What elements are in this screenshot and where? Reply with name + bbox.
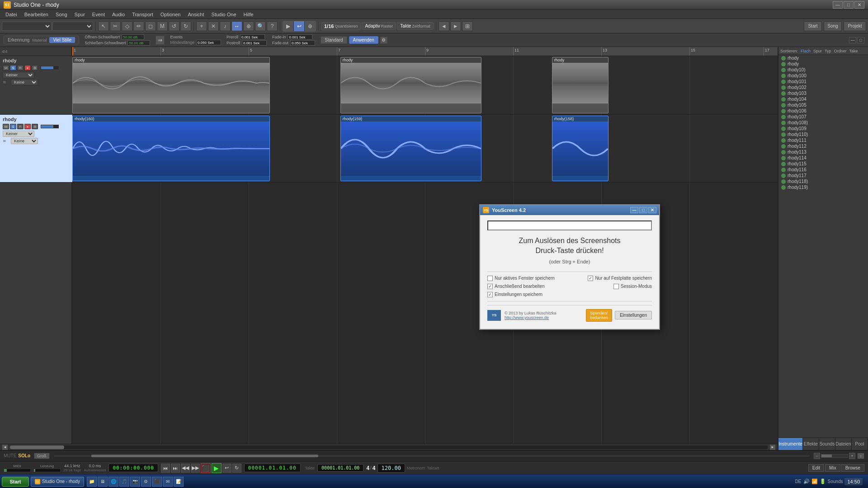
tool-magnify[interactable]: 🔍 [255,21,266,31]
track-send-1[interactable]: Keine [11,79,38,85]
time-display[interactable]: 00:00:00.000 [108,464,158,472]
zoom-slider[interactable] [821,454,848,458]
file-item-rhody101[interactable]: rhody101 [778,79,868,84]
ys-checkbox-3[interactable] [487,284,493,289]
ys-checkbox-2[interactable] [588,276,593,281]
timeline-scrollbar[interactable] [53,454,810,458]
file-item-rhody106[interactable]: rhody106 [778,108,868,114]
play-btn[interactable]: ▶ [283,21,294,31]
sort-spur[interactable]: Spur [813,49,822,53]
ql-desktop[interactable]: 🖥 [98,477,108,487]
ql-browser[interactable]: 🌐 [108,477,118,487]
sort-take[interactable]: Take [849,49,858,53]
track-btn-mute[interactable]: S [10,65,16,70]
ys-input[interactable] [487,221,652,230]
file-item-rhody104[interactable]: rhody104 [778,96,868,102]
maximize-button[interactable]: □ [844,1,854,9]
file-item-rhody113[interactable]: rhody113 [778,149,868,155]
size-button[interactable]: Groß [34,453,50,459]
file-item-rhody109[interactable]: rhody109 [778,126,868,131]
file-item-rhody110[interactable]: rhody110) [778,131,868,137]
start-button[interactable]: Start [2,477,29,487]
file-item-rhody102[interactable]: rhody102 [778,84,868,90]
ql-explorer[interactable]: 📁 [87,477,97,487]
scroll-right-btn[interactable]: ► [769,444,776,450]
file-item-rhody100[interactable]: rhody100 [778,73,868,79]
mindestlaenge-value[interactable]: 0.050 Sek [196,40,221,45]
track-fader-1[interactable] [41,66,59,70]
quantize-display[interactable]: 1/16 Quantisieren [321,22,361,30]
arrow-btn[interactable]: ⇒ [156,36,165,45]
file-item-rhody105[interactable]: rhody105 [778,102,868,108]
file-item-rhody116[interactable]: rhody116 [778,167,868,173]
clip-2-3[interactable]: rhody(158) [552,116,609,181]
beats-display[interactable]: 00001.01.01.00 [244,464,301,472]
ys-maximize[interactable]: □ [639,207,647,213]
tc-loop[interactable]: ↩ [222,464,231,473]
menu-spur[interactable]: Spur [71,11,89,18]
anwenden-button[interactable]: Anwenden [349,36,378,44]
track-insert-1[interactable]: Keiner [3,72,34,78]
track-insert-2[interactable]: Keiner [3,131,34,137]
file-item-rhody108[interactable]: rhody108) [778,120,868,126]
minimize-button[interactable]: — [833,1,843,9]
browse-btn[interactable]: Browse [841,464,864,472]
file-item-rhody111[interactable]: rhody111 [778,137,868,143]
menu-hilfe[interactable]: Hilfe [240,11,257,18]
tool-arrow[interactable]: ↖ [98,21,109,31]
ql-note[interactable]: 📝 [174,477,184,487]
tool-zoom[interactable]: ⊕ [243,21,254,31]
ys-donate-btn[interactable]: Spenden/bedanken [586,309,612,322]
file-item-rhody112[interactable]: rhody112 [778,143,868,149]
postroll-value[interactable]: 0.001 Sek [242,40,267,46]
tc-play[interactable]: ▶ [212,463,222,473]
ys-settings-button[interactable]: Einstellungen [615,311,652,319]
track-btn-midi-2[interactable]: M [3,124,9,129]
preroll-value[interactable]: 0.001 Sek [240,34,265,40]
start-button[interactable]: Start [804,21,822,31]
taskbar-studioone[interactable]: S1 Studio One - rhody [31,477,84,487]
nav-prev[interactable]: ◄ [439,21,449,31]
ys-option-2[interactable]: Nur auf Festplatte speichern [588,276,652,281]
close-button[interactable]: ✕ [854,1,864,9]
vertical-zoom-icon[interactable]: ↕ [857,453,864,459]
menu-bearbeiten[interactable]: Bearbeiten [21,11,52,18]
tool-mute[interactable]: M [157,21,168,31]
file-item-rhody115[interactable]: rhody115 [778,161,868,167]
tool-eraser[interactable]: ◻ [145,21,156,31]
menu-ansicht[interactable]: Ansicht [184,11,208,18]
tool-add[interactable]: + [196,21,207,31]
track-btn-arm-2[interactable]: ● [24,124,31,129]
clip-1-3[interactable]: rhody [552,57,609,113]
ys-close[interactable]: ✕ [648,207,656,213]
file-item-rhody10[interactable]: rhody10) [778,67,868,73]
ys-option-1[interactable]: Nur aktives Fenster speichern [487,276,555,281]
ys-url[interactable]: http://www.youscreen.de [505,315,549,320]
track-btn-mono-2[interactable]: ⊞ [32,124,38,129]
oeffnen-value[interactable]: 50.00 dB [122,34,144,40]
fadeout-value[interactable]: 0.050 Sek [290,40,315,46]
track-btn-midi[interactable]: M [3,65,9,70]
rp-tab-effekte[interactable]: Effekte [803,438,819,450]
project-button[interactable]: Projekt [844,21,866,31]
panel-minimize[interactable]: — [849,37,856,43]
tc-return[interactable]: ⏮ [161,464,170,473]
rp-tab-instrumente[interactable]: Instrumente [778,438,803,450]
clip-2-1[interactable]: rhody(160) [72,116,270,181]
zoom-out-btn[interactable]: − [814,453,820,459]
menu-event[interactable]: Event [89,11,108,18]
track-fader-2[interactable] [41,125,59,128]
ys-checkbox-4[interactable] [613,284,619,289]
file-item-rhody117[interactable]: rhody117 [778,173,868,178]
tool-undo[interactable]: ↺ [169,21,179,31]
menu-transport[interactable]: Transport [128,11,157,18]
tc-prev[interactable]: ⏭ [171,464,180,473]
ys-option-3[interactable]: Anschließend bearbeiten [487,284,545,289]
song-button[interactable]: Song [824,21,842,31]
tc-rewind[interactable]: ◀◀ [181,464,190,473]
tool-snap[interactable]: ↔ [231,21,242,31]
file-item-rhody103[interactable]: rhody103 [778,90,868,96]
sort-ordner[interactable]: Ordner [834,49,847,53]
file-item-rhody119[interactable]: rhody119) [778,184,868,190]
tool-volume[interactable]: ♪ [220,21,231,31]
